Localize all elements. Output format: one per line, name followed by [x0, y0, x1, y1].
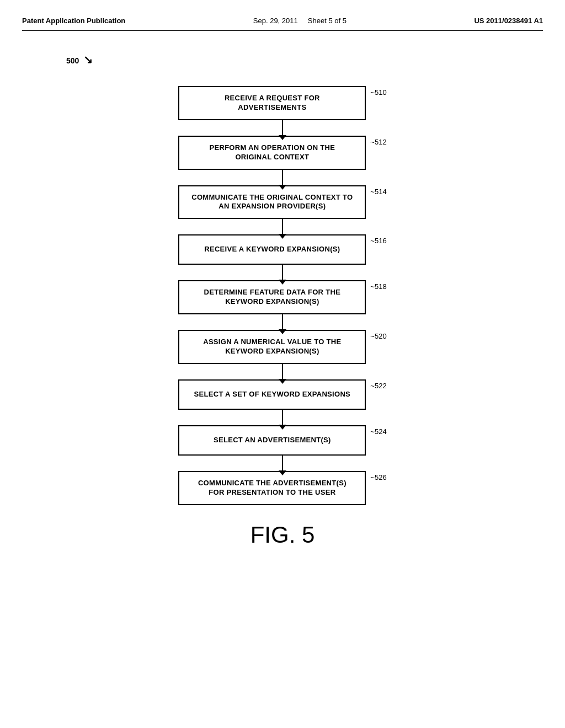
arrow-520-522: [282, 364, 283, 379]
arrow-516-518: [282, 265, 283, 280]
step-label-524: ~524: [370, 425, 386, 436]
header-date: Sep. 29, 2011: [253, 17, 298, 25]
flow-step-512: PERFORM AN OPERATION ON THE ORIGINAL CON…: [22, 136, 543, 170]
flow-box-wrapper-518: DETERMINE FEATURE DATA FOR THE KEYWORD E…: [178, 280, 386, 314]
flow-step-510: RECEIVE A REQUEST FOR ADVERTISEMENTS ~51…: [22, 86, 543, 120]
flow-box-514: COMMUNICATE THE ORIGINAL CONTEXT TO AN E…: [178, 185, 366, 220]
diagram-container: 500 ↘ RECEIVE A REQUEST FOR ADVERTISEMEN…: [22, 47, 543, 548]
flow-box-526: COMMUNICATE THE ADVERTISEMENT(S) FOR PRE…: [178, 471, 366, 505]
flow-box-text-522: SELECT A SET OF KEYWORD EXPANSIONS: [194, 390, 350, 399]
flow-box-wrapper-516: RECEIVE A KEYWORD EXPANSION(S) ~516: [178, 234, 386, 265]
flow-step-518: DETERMINE FEATURE DATA FOR THE KEYWORD E…: [22, 280, 543, 314]
flow-box-wrapper-512: PERFORM AN OPERATION ON THE ORIGINAL CON…: [178, 136, 386, 170]
page-header: Patent Application Publication Sep. 29, …: [22, 11, 543, 31]
arrow-522-524: [282, 410, 283, 425]
flow-box-wrapper-522: SELECT A SET OF KEYWORD EXPANSIONS ~522: [178, 379, 386, 410]
figure-ref-number: 500: [66, 56, 79, 65]
flow-box-520: ASSIGN A NUMERICAL VALUE TO THE KEYWORD …: [178, 330, 366, 364]
flow-step-526: COMMUNICATE THE ADVERTISEMENT(S) FOR PRE…: [22, 471, 543, 505]
flow-box-wrapper-520: ASSIGN A NUMERICAL VALUE TO THE KEYWORD …: [178, 330, 386, 364]
header-left-label: Patent Application Publication: [22, 17, 125, 25]
flow-box-wrapper-526: COMMUNICATE THE ADVERTISEMENT(S) FOR PRE…: [178, 471, 386, 505]
flow-box-text-512: PERFORM AN OPERATION ON THE ORIGINAL CON…: [190, 143, 354, 162]
flow-box-510: RECEIVE A REQUEST FOR ADVERTISEMENTS: [178, 86, 366, 120]
flow-step-520: ASSIGN A NUMERICAL VALUE TO THE KEYWORD …: [22, 330, 543, 364]
arrow-524-526: [282, 456, 283, 471]
step-label-522: ~522: [370, 379, 386, 390]
flow-step-524: SELECT AN ADVERTISEMENT(S) ~524: [22, 425, 543, 456]
step-label-526: ~526: [370, 471, 386, 481]
flow-box-text-520: ASSIGN A NUMERICAL VALUE TO THE KEYWORD …: [190, 338, 354, 356]
flowchart: RECEIVE A REQUEST FOR ADVERTISEMENTS ~51…: [22, 86, 543, 505]
flow-step-516: RECEIVE A KEYWORD EXPANSION(S) ~516: [22, 234, 543, 265]
figure-ref-arrow: ↘: [83, 53, 93, 66]
flow-box-text-516: RECEIVE A KEYWORD EXPANSION(S): [204, 245, 340, 254]
step-label-510: ~510: [370, 86, 386, 97]
flow-box-text-524: SELECT AN ADVERTISEMENT(S): [214, 436, 331, 445]
flow-box-wrapper-514: COMMUNICATE THE ORIGINAL CONTEXT TO AN E…: [178, 185, 386, 220]
step-label-514: ~514: [370, 185, 386, 196]
header-patent-number: US 2011/0238491 A1: [474, 17, 543, 25]
flow-step-514: COMMUNICATE THE ORIGINAL CONTEXT TO AN E…: [22, 185, 543, 220]
flow-box-512: PERFORM AN OPERATION ON THE ORIGINAL CON…: [178, 136, 366, 170]
step-label-512: ~512: [370, 136, 386, 146]
flow-box-516: RECEIVE A KEYWORD EXPANSION(S): [178, 234, 366, 265]
flow-box-wrapper-510: RECEIVE A REQUEST FOR ADVERTISEMENTS ~51…: [178, 86, 386, 120]
header-center: Sep. 29, 2011 Sheet 5 of 5: [253, 17, 347, 25]
flow-box-text-510: RECEIVE A REQUEST FOR ADVERTISEMENTS: [190, 94, 354, 113]
flow-box-text-518: DETERMINE FEATURE DATA FOR THE KEYWORD E…: [190, 288, 354, 307]
figure-ref-area: 500 ↘: [66, 53, 93, 66]
flow-box-wrapper-524: SELECT AN ADVERTISEMENT(S) ~524: [178, 425, 386, 456]
flow-box-524: SELECT AN ADVERTISEMENT(S): [178, 425, 366, 456]
step-label-520: ~520: [370, 330, 386, 340]
arrow-514-516: [282, 219, 283, 234]
flow-box-522: SELECT A SET OF KEYWORD EXPANSIONS: [178, 379, 366, 410]
header-sheet: Sheet 5 of 5: [308, 17, 347, 25]
figure-caption: FIG. 5: [250, 522, 315, 548]
arrow-512-514: [282, 170, 283, 185]
step-label-518: ~518: [370, 280, 386, 291]
arrow-510-512: [282, 120, 283, 136]
flow-step-522: SELECT A SET OF KEYWORD EXPANSIONS ~522: [22, 379, 543, 410]
page: Patent Application Publication Sep. 29, …: [0, 0, 565, 728]
arrow-518-520: [282, 314, 283, 330]
flow-box-518: DETERMINE FEATURE DATA FOR THE KEYWORD E…: [178, 280, 366, 314]
flow-box-text-514: COMMUNICATE THE ORIGINAL CONTEXT TO AN E…: [190, 193, 354, 212]
step-label-516: ~516: [370, 234, 386, 245]
flow-box-text-526: COMMUNICATE THE ADVERTISEMENT(S) FOR PRE…: [190, 479, 354, 497]
